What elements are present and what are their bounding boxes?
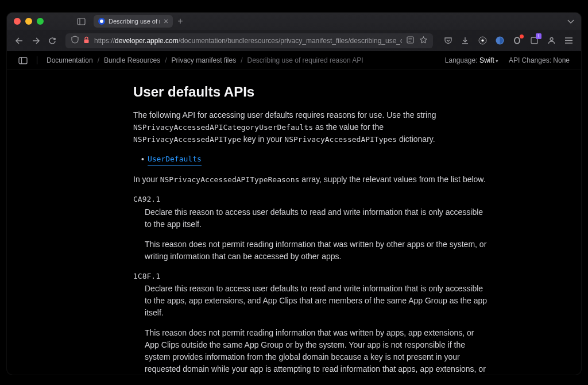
- userdefaults-link[interactable]: UserDefaults: [148, 153, 202, 165]
- extension-icon-1[interactable]: [478, 36, 487, 45]
- api-changes: API Changes: None: [509, 56, 570, 64]
- svg-rect-2: [84, 39, 89, 43]
- svg-point-11: [550, 38, 553, 41]
- menu-icon[interactable]: [564, 36, 573, 45]
- reason-paragraph: Declare this reason to access user defau…: [145, 283, 489, 319]
- nav-buttons: [15, 37, 56, 45]
- doc-header-right: Language: Swift▾ API Changes: None: [445, 56, 570, 64]
- title-bar: Describing use of required reas × +: [7, 13, 581, 30]
- doc-sidebar-toggle[interactable]: [18, 57, 28, 64]
- instruction-paragraph: In your NSPrivacyAccessedAPITypeReasons …: [133, 174, 489, 186]
- tracking-shield-icon[interactable]: [71, 36, 79, 45]
- downloads-icon[interactable]: [461, 36, 470, 45]
- reason-code: 1C8F.1: [133, 271, 489, 282]
- breadcrumb-link-2[interactable]: Bundle Resources: [104, 56, 160, 64]
- new-tab-button[interactable]: +: [175, 16, 185, 26]
- breadcrumb-link-1[interactable]: Documentation: [47, 56, 93, 64]
- breadcrumb: Documentation/ Bundle Resources/ Privacy…: [47, 56, 363, 64]
- breadcrumb-current: Describing use of required reason API: [247, 56, 363, 64]
- svg-rect-0: [78, 18, 85, 25]
- pocket-icon[interactable]: [443, 36, 452, 45]
- language-selector[interactable]: Language: Swift▾: [445, 56, 498, 64]
- tab-close-icon[interactable]: ×: [164, 17, 168, 25]
- url-text: https://developer.apple.com/documentatio…: [94, 37, 402, 45]
- browser-window: Describing use of required reas × + http…: [7, 13, 581, 375]
- minimize-window-button[interactable]: [25, 18, 32, 25]
- tab-favicon: [98, 18, 105, 25]
- api-link-item: • UserDefaults: [141, 153, 489, 165]
- breadcrumb-link-3[interactable]: Privacy manifest files: [171, 56, 236, 64]
- bookmark-star-icon[interactable]: [420, 36, 427, 45]
- back-button[interactable]: [15, 37, 24, 45]
- reason-paragraph: This reason does not permit reading info…: [145, 327, 489, 375]
- reload-button[interactable]: [48, 37, 56, 45]
- reason-code: CA92.1: [133, 194, 489, 205]
- tab-title: Describing use of required reas: [109, 18, 160, 25]
- doc-header: Documentation/ Bundle Resources/ Privacy…: [7, 51, 581, 70]
- traffic-lights: [14, 18, 44, 25]
- extension-icon-4[interactable]: 1: [529, 36, 539, 45]
- intro-paragraph: The following API for accessing user def…: [133, 109, 489, 145]
- section-heading: User defaults APIs: [133, 82, 489, 102]
- sidebar-toggle-icon[interactable]: [77, 18, 86, 25]
- maximize-window-button[interactable]: [37, 18, 44, 25]
- tabs-dropdown-button[interactable]: [567, 16, 574, 26]
- browser-tab-active[interactable]: Describing use of required reas ×: [94, 15, 173, 28]
- tab-bar: Describing use of required reas × +: [94, 15, 185, 28]
- bullet-icon: •: [141, 153, 144, 165]
- reason-item: CA92.1 Declare this reason to access use…: [133, 194, 489, 263]
- svg-point-8: [481, 40, 483, 42]
- svg-rect-15: [19, 57, 27, 64]
- lock-icon[interactable]: [83, 36, 90, 45]
- reader-mode-icon[interactable]: [407, 36, 414, 45]
- toolbar: https://developer.apple.com/documentatio…: [7, 30, 581, 51]
- account-icon[interactable]: [547, 36, 556, 45]
- reason-item: 1C8F.1 Declare this reason to access use…: [133, 271, 489, 375]
- page-content[interactable]: User defaults APIs The following API for…: [7, 70, 581, 375]
- extension-icon-3[interactable]: [512, 36, 521, 45]
- extension-icon-2[interactable]: [495, 36, 504, 45]
- url-bar[interactable]: https://developer.apple.com/documentatio…: [65, 33, 433, 48]
- reason-paragraph: Declare this reason to access user defau…: [145, 206, 489, 230]
- divider: [37, 56, 37, 64]
- close-window-button[interactable]: [14, 18, 21, 25]
- forward-button[interactable]: [32, 37, 40, 45]
- toolbar-right: 1: [443, 36, 573, 45]
- reason-paragraph: This reason does not permit reading info…: [145, 238, 489, 263]
